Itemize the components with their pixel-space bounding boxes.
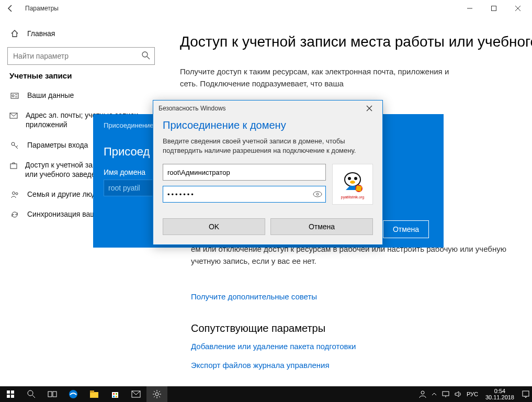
tray-date: 30.11.2018 (485, 394, 514, 400)
svg-point-13 (13, 192, 15, 195)
svg-line-11 (16, 146, 18, 147)
security-dialog-title: Безопасность Windows (159, 105, 226, 112)
username-input[interactable] (163, 164, 326, 181)
svg-rect-1 (492, 6, 496, 11)
titlebar: Параметры (0, 0, 532, 17)
svg-line-46 (154, 391, 155, 392)
related-link-provisioning[interactable]: Добавление или удаление пакета подготовк… (191, 342, 356, 351)
tray-volume-icon[interactable] (454, 390, 462, 398)
sync-icon (9, 209, 20, 219)
related-link-export-logs[interactable]: Экспорт файлов журнала управления (191, 361, 330, 370)
task-view-button[interactable] (42, 386, 63, 402)
window-title: Параметры (25, 5, 59, 12)
ok-button[interactable]: OK (163, 218, 265, 235)
credential-image-label: pyatilistnik.org (341, 195, 364, 199)
cancel-button[interactable]: Отмена (270, 218, 373, 235)
svg-rect-33 (90, 392, 98, 398)
taskbar-app-mail[interactable] (126, 386, 146, 402)
tray-language[interactable]: РУС (467, 391, 478, 397)
page-title: Доступ к учетной записи места работы или… (180, 34, 532, 50)
sidebar-home-label: Главная (27, 29, 55, 38)
svg-rect-25 (11, 390, 14, 394)
panel-cancel-button[interactable]: Отмена (383, 220, 429, 238)
security-desc: Введите сведения своей учетной записи в … (163, 137, 373, 155)
svg-rect-53 (523, 391, 529, 396)
people-icon (9, 189, 20, 199)
svg-line-29 (32, 395, 35, 398)
start-button[interactable] (0, 386, 21, 402)
taskbar-app-store[interactable] (105, 386, 126, 402)
related-heading: Сопутствующие параметры (191, 322, 356, 334)
tray-chevron-icon[interactable] (431, 391, 437, 397)
sidebar-section-header: Учетные записи (9, 71, 167, 80)
tray-notifications-icon[interactable] (522, 390, 530, 398)
tips-link[interactable]: Получите дополнительные советы (191, 292, 317, 301)
svg-rect-36 (113, 393, 115, 395)
briefcase-icon (9, 160, 18, 170)
svg-rect-34 (90, 390, 94, 393)
svg-rect-39 (116, 396, 117, 397)
taskbar-app-explorer[interactable] (84, 386, 105, 402)
svg-point-5 (12, 95, 14, 97)
tray-time: 0:54 (485, 388, 514, 394)
password-input[interactable] (163, 186, 326, 203)
security-dialog: Безопасность Windows Присоединение к дом… (153, 100, 383, 245)
svg-point-21 (350, 181, 355, 184)
svg-point-18 (345, 173, 360, 186)
svg-point-16 (316, 193, 319, 195)
svg-rect-27 (11, 395, 14, 398)
page-intro: Получите доступ к таким ресурсам, как эл… (180, 66, 462, 90)
mail-icon (9, 110, 18, 120)
svg-line-47 (159, 396, 160, 397)
svg-rect-38 (113, 396, 115, 397)
svg-rect-51 (443, 392, 449, 396)
reveal-password-icon[interactable] (312, 189, 323, 199)
svg-point-50 (421, 391, 424, 394)
tray-clock[interactable]: 0:54 30.11.2018 (482, 388, 517, 400)
svg-point-20 (354, 177, 357, 180)
svg-rect-35 (112, 392, 118, 398)
search-icon (141, 51, 151, 60)
sidebar-home[interactable]: Главная (7, 23, 167, 44)
security-heading: Присоединение к домену (163, 119, 373, 131)
svg-rect-12 (10, 164, 17, 169)
taskbar-app-settings[interactable] (146, 386, 167, 402)
svg-point-15 (313, 192, 322, 197)
svg-rect-31 (53, 392, 56, 397)
svg-line-49 (159, 391, 160, 392)
svg-rect-23 (356, 185, 362, 192)
svg-point-14 (16, 193, 18, 195)
sidebar-item-label: Ваши данные (27, 91, 74, 100)
svg-line-10 (14, 145, 18, 149)
search-input[interactable] (7, 47, 155, 65)
minimize-button[interactable] (458, 0, 482, 17)
svg-rect-37 (116, 393, 117, 395)
svg-rect-26 (7, 395, 10, 398)
home-icon (9, 29, 20, 38)
sidebar-item-label: Параметры входа (27, 140, 88, 150)
svg-point-28 (28, 390, 33, 396)
svg-point-19 (348, 177, 351, 180)
svg-rect-30 (48, 392, 52, 397)
svg-line-3 (147, 57, 150, 59)
key-icon (9, 140, 20, 150)
tray-people-icon[interactable] (418, 390, 427, 398)
close-button[interactable] (506, 0, 530, 17)
svg-line-48 (154, 396, 155, 397)
sidebar-item-label: Семья и другие люди (27, 189, 100, 199)
dialog-close-button[interactable] (361, 100, 377, 116)
sidebar-item-your-info[interactable]: Ваши данные (7, 85, 167, 105)
svg-point-2 (142, 52, 148, 57)
maximize-button[interactable] (482, 0, 506, 17)
search-button[interactable] (21, 386, 42, 402)
credential-image: pyatilistnik.org (332, 164, 373, 205)
id-icon (9, 91, 20, 100)
taskbar: РУС 0:54 30.11.2018 (0, 386, 532, 402)
back-button[interactable] (2, 0, 19, 17)
svg-point-41 (155, 393, 159, 396)
svg-rect-24 (7, 390, 10, 394)
tray-network-icon[interactable] (442, 390, 450, 398)
taskbar-app-edge[interactable] (63, 386, 84, 402)
